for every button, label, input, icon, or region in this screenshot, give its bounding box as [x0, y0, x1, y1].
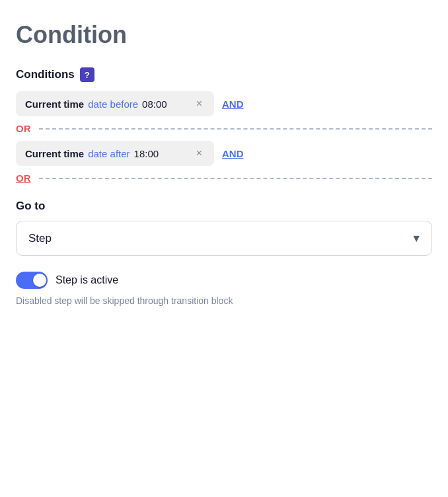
condition-pill-1[interactable]: Current time date before 08:00 × — [16, 91, 214, 116]
condition2-label-time: 18:00 — [134, 148, 159, 159]
toggle-label: Step is active — [56, 274, 118, 286]
conditions-label: Conditions — [16, 68, 75, 81]
or-dashed-line-1 — [39, 128, 433, 130]
condition2-close-button[interactable]: × — [194, 147, 205, 159]
toggle-row: Step is active — [16, 272, 432, 289]
step-active-toggle[interactable] — [16, 272, 48, 289]
condition1-label-black: Current time — [25, 98, 84, 110]
goto-section: Go to Step ▼ — [16, 200, 432, 256]
step-dropdown[interactable]: Step — [16, 221, 432, 256]
or-row-2: OR — [16, 172, 432, 184]
step-dropdown-wrapper: Step ▼ — [16, 221, 432, 256]
condition-row-2: Current time date after 18:00 × AND — [16, 141, 432, 166]
toggle-thumb — [33, 274, 46, 287]
page-title: Condition — [16, 21, 432, 49]
condition1-close-button[interactable]: × — [194, 98, 205, 110]
condition2-label-black: Current time — [25, 148, 84, 159]
or-row-1: OR — [16, 123, 432, 134]
or-dashed-line-2 — [39, 178, 433, 179]
main-panel: Condition Conditions ? Current time date… — [0, 0, 448, 497]
or-label-1[interactable]: OR — [16, 123, 31, 134]
condition1-label-time: 08:00 — [142, 98, 167, 110]
condition2-and-link[interactable]: AND — [222, 148, 244, 159]
condition-row-1: Current time date before 08:00 × AND — [16, 91, 432, 116]
conditions-section-label: Conditions ? — [16, 67, 432, 82]
condition2-label-blue: date after — [88, 148, 130, 159]
condition-pill-2[interactable]: Current time date after 18:00 × — [16, 141, 214, 166]
toggle-track — [16, 272, 48, 289]
condition1-and-link[interactable]: AND — [222, 98, 244, 110]
condition1-label-blue: date before — [88, 98, 138, 110]
goto-label: Go to — [16, 200, 432, 213]
or-label-2[interactable]: OR — [16, 172, 31, 184]
hint-text: Disabled step will be skipped through tr… — [16, 294, 386, 308]
conditions-help-icon[interactable]: ? — [80, 67, 94, 82]
